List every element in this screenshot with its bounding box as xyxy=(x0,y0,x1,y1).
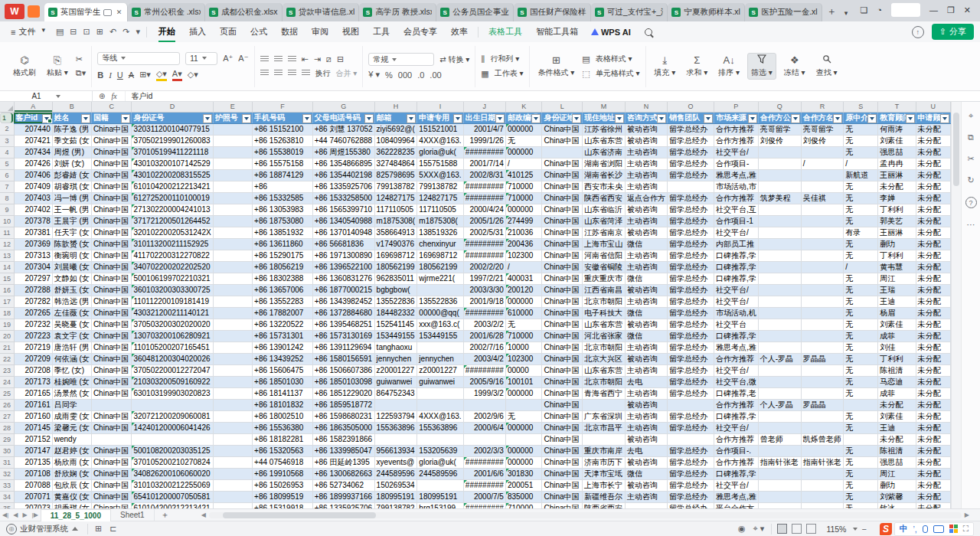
file-tab[interactable]: S成都公积金.xlsx xyxy=(205,3,283,21)
cell[interactable] xyxy=(758,204,801,215)
cell[interactable]: 320721200209060081 xyxy=(132,410,213,422)
cell[interactable] xyxy=(801,296,843,307)
cell[interactable]: China中国 xyxy=(91,502,132,508)
cell[interactable]: 刘素佳 xyxy=(878,135,916,146)
cell[interactable]: 胡香琪 (女 xyxy=(52,502,91,508)
cell[interactable]: 山东省菏泽 xyxy=(583,215,626,227)
cell[interactable]: 曾老师 xyxy=(758,433,801,445)
cell[interactable]: 合作方推荐 xyxy=(714,135,758,146)
cell[interactable] xyxy=(417,387,463,399)
cell[interactable]: 未分配 xyxy=(916,364,950,376)
cell[interactable]: 未分配 xyxy=(916,296,950,307)
cell[interactable]: +86 1360831276 xyxy=(312,273,374,284)
cell[interactable] xyxy=(758,273,801,284)
cell[interactable]: 亮哥留学 xyxy=(758,123,801,135)
cell[interactable]: 桂婉唯 (女 xyxy=(52,376,91,387)
cell[interactable]: 舒欣娴 (女 xyxy=(52,468,91,479)
cell[interactable]: +86 1863505000 xyxy=(312,422,374,433)
cell[interactable] xyxy=(91,399,132,410)
cell[interactable]: +86 1354866895 xyxy=(312,158,374,169)
cell[interactable]: China中国 xyxy=(91,261,132,273)
cell[interactable]: 留学总经办 xyxy=(668,273,714,284)
menu-item[interactable]: 数据 xyxy=(274,24,305,40)
cell[interactable]: 罗晶晶 xyxy=(801,399,843,410)
cell[interactable]: 主动咨询 xyxy=(626,387,668,399)
row-header-30[interactable]: 30 xyxy=(0,445,14,456)
cell[interactable]: 000000 xyxy=(505,146,542,158)
filter-header-cell[interactable]: 邮政编码 xyxy=(505,112,542,123)
cell[interactable]: 留学总经办 xyxy=(668,250,714,261)
cell[interactable]: m1875308( xyxy=(417,215,463,227)
cell[interactable] xyxy=(668,433,714,445)
cell[interactable]: ######### xyxy=(463,307,505,319)
cell[interactable]: / xyxy=(505,158,542,169)
cell[interactable]: 微信 xyxy=(626,273,668,284)
cell[interactable]: 刘妍 (女) xyxy=(52,158,91,169)
menu-item[interactable]: 会员专享 xyxy=(397,24,444,40)
cell[interactable] xyxy=(758,502,801,508)
cell[interactable]: China中国 xyxy=(91,364,132,376)
cell[interactable]: 未分配 xyxy=(916,456,950,468)
cell[interactable]: 未分配 xyxy=(878,399,916,410)
cell[interactable]: 无 xyxy=(844,204,878,215)
cell[interactable] xyxy=(213,192,252,204)
cell[interactable]: 王瑞 xyxy=(878,284,916,296)
cell[interactable]: 有录 xyxy=(844,227,878,238)
cell[interactable]: / xyxy=(844,261,878,273)
row-header-22[interactable]: 22 xyxy=(0,353,14,364)
cell[interactable]: +86 1335925706 xyxy=(312,502,374,508)
cell[interactable]: +86 15536380 xyxy=(253,422,313,433)
cell[interactable]: +86 18141137 xyxy=(253,387,313,399)
more-icon[interactable]: ⋯ xyxy=(967,220,975,230)
row-header-28[interactable]: 28 xyxy=(0,422,14,433)
freeze-button[interactable]: ❖ 冻结 ▾ xyxy=(781,54,808,79)
search-icon[interactable] xyxy=(645,28,652,36)
row-header-27[interactable]: 27 xyxy=(0,410,14,422)
cell[interactable]: xxx@163.c( xyxy=(417,319,463,330)
cell[interactable]: 130703200106280921 xyxy=(132,330,213,342)
filter-header-cell[interactable]: 咨询方式 xyxy=(626,112,668,123)
cell[interactable]: 雅思考点,雅 xyxy=(714,169,758,181)
cell[interactable]: 2002/5/31 xyxy=(463,227,505,238)
cell[interactable]: China中国 xyxy=(542,250,583,261)
cell[interactable]: 无 xyxy=(844,491,878,502)
cell[interactable]: 207434 xyxy=(14,146,52,158)
column-header-U[interactable]: U xyxy=(916,102,950,112)
cell[interactable]: 180995191 xyxy=(374,491,417,502)
cell[interactable]: 207209 xyxy=(14,353,52,364)
cell[interactable]: China中国 xyxy=(542,123,583,135)
cell[interactable]: 王一帆 (男 xyxy=(52,204,91,215)
cell[interactable]: 未分配 xyxy=(916,433,950,445)
cell[interactable] xyxy=(758,238,801,250)
cell[interactable]: 成雨雯 (女 xyxy=(52,410,91,422)
cell[interactable]: 刘紫馨 xyxy=(878,491,916,502)
menu-item[interactable]: 效率 xyxy=(444,24,475,40)
row-header-2[interactable]: 2 xyxy=(0,123,14,135)
cell[interactable]: 207282 xyxy=(14,296,52,307)
cell[interactable]: 刘俊伶 xyxy=(758,135,801,146)
cell[interactable]: 新疆维吾尔 xyxy=(583,491,626,502)
cell[interactable] xyxy=(758,479,801,491)
cell[interactable]: 4XXX@163. xyxy=(417,410,463,422)
cell[interactable]: guiwanwei xyxy=(374,376,417,387)
cell[interactable]: 袁文宇 (女 xyxy=(52,330,91,342)
column-header-C[interactable]: C xyxy=(91,102,132,112)
cell[interactable] xyxy=(374,433,417,445)
cell[interactable]: China中国 xyxy=(542,410,583,422)
new-document-icon[interactable] xyxy=(28,5,40,18)
tab-list-chevron-icon[interactable]: ▾ xyxy=(841,9,851,21)
cell[interactable]: 138519326 xyxy=(417,227,463,238)
cell[interactable]: 被动咨询 xyxy=(626,135,668,146)
cell[interactable]: 207265 xyxy=(14,307,52,319)
help-icon[interactable]: ? xyxy=(965,197,977,208)
cell[interactable]: China中国 xyxy=(542,491,583,502)
cell[interactable]: 重庆市南岸 xyxy=(583,445,626,456)
cell[interactable]: +86 1877000215 xyxy=(312,284,374,296)
cell[interactable]: 430321200211140121 xyxy=(132,307,213,319)
cell[interactable] xyxy=(417,433,463,445)
cell[interactable]: 被动咨询 xyxy=(626,456,668,468)
row-header-35[interactable]: 35 xyxy=(0,502,14,508)
menu-item[interactable]: 表格工具 xyxy=(482,24,529,40)
cell[interactable]: China中国 xyxy=(91,273,132,284)
cell[interactable]: 207421 xyxy=(14,135,52,146)
